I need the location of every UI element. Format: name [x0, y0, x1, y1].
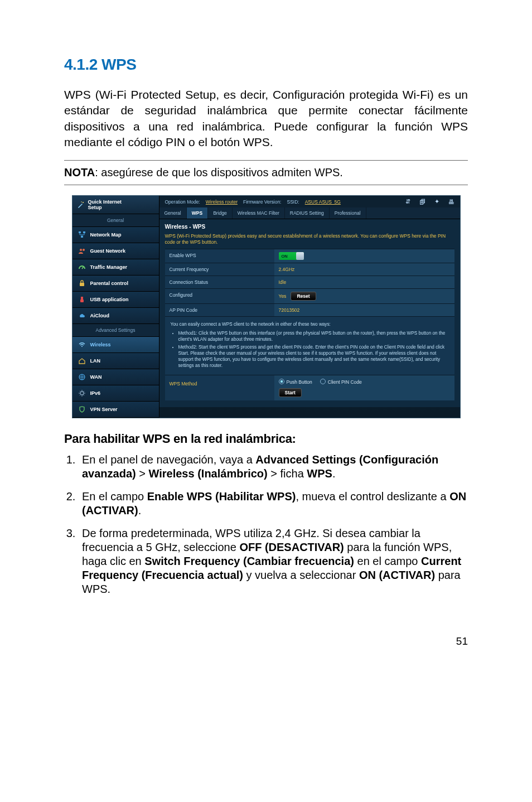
router-sidebar: Quick Internet Setup General Network Map…: [72, 196, 159, 418]
wps-help-note: You can easily connect a WPS client to t…: [165, 316, 454, 374]
svg-line-7: [82, 267, 84, 269]
tab-general[interactable]: General: [159, 207, 187, 219]
section-name: WPS: [101, 56, 136, 73]
svg-point-1: [81, 202, 82, 203]
row-connection-status: Connection Status Idle: [165, 276, 454, 288]
svg-rect-9: [81, 297, 83, 299]
sidebar-item-label: Wireless: [90, 342, 111, 347]
qis-line1: Quick Internet: [88, 199, 122, 205]
clipboard-icon[interactable]: 🗐: [419, 199, 425, 205]
help-intro: You can easily connect a WPS client to t…: [171, 321, 449, 327]
router-screenshot: Quick Internet Setup General Network Map…: [72, 195, 461, 418]
refresh-icon[interactable]: ✦: [434, 198, 439, 205]
op-mode-label: Operation Mode:: [165, 199, 200, 205]
home-icon: [78, 357, 86, 365]
current-frequency-value: 2.4GHz: [274, 263, 454, 276]
tab-radius[interactable]: RADIUS Setting: [285, 207, 330, 219]
row-wps-method: WPS Method Push Button Client PIN Code S…: [165, 375, 454, 400]
tab-professional[interactable]: Professional: [330, 207, 366, 219]
sidebar-item-label: Network Map: [90, 232, 122, 238]
sidebar-item-parental-control[interactable]: Parental control: [72, 276, 159, 292]
panel-desc: WPS (Wi-Fi Protected Setup) provides eas…: [165, 233, 454, 245]
enable-wps-label: Enable WPS: [165, 249, 274, 263]
people-icon: [78, 247, 86, 255]
sidebar-item-label: Guest Network: [90, 248, 126, 254]
row-current-frequency: Current Frequency 2.4GHz: [165, 263, 454, 276]
row-configured: Configured Yes Reset: [165, 288, 454, 303]
sidebar-item-aicloud[interactable]: AiCloud: [72, 308, 159, 324]
ssid-label: SSID:: [287, 199, 299, 205]
sidebar-item-network-map[interactable]: Network Map: [72, 227, 159, 243]
configured-value: Yes: [279, 293, 287, 299]
sidebar-item-traffic-manager[interactable]: Traffic Manager: [72, 259, 159, 276]
wifi-icon: [78, 341, 86, 349]
svg-point-11: [81, 346, 83, 347]
sidebar-item-vpn-server[interactable]: VPN Server: [72, 402, 159, 418]
help-method1: Method1: Click the WPS button on this in…: [178, 330, 449, 342]
sidebar-item-lan[interactable]: LAN: [72, 353, 159, 369]
globe-icon: [78, 373, 86, 381]
radio-push-button[interactable]: Push Button: [279, 379, 312, 385]
tab-bridge[interactable]: Bridge: [208, 207, 233, 219]
wps-panel: Wireless - WPS WPS (Wi-Fi Protected Setu…: [159, 219, 460, 407]
usb-icon: [78, 296, 86, 303]
page-number: 51: [64, 635, 468, 648]
sidebar-item-qis[interactable]: Quick Internet Setup: [72, 196, 159, 214]
note-label: NOTA: [64, 166, 95, 178]
toggle-on-text: ON: [282, 254, 288, 259]
ap-pin-value: 72013502: [274, 304, 454, 316]
sidebar-item-label: Parental control: [90, 281, 129, 286]
connection-status-value: Idle: [274, 276, 454, 288]
gauge-icon: [78, 263, 86, 271]
wand-icon: [77, 201, 85, 209]
sidebar-item-ipv6[interactable]: IPv6: [72, 385, 159, 402]
sidebar-item-wireless[interactable]: Wireless: [72, 337, 159, 353]
sidebar-item-label: USB application: [90, 297, 129, 302]
signal-icon[interactable]: ⇵: [405, 198, 410, 205]
sidebar-item-label: AiCloud: [90, 313, 110, 318]
enable-wps-toggle[interactable]: ON: [279, 252, 304, 260]
tab-mac-filter[interactable]: Wireless MAC Filter: [233, 207, 285, 219]
router-tabs: General WPS Bridge Wireless MAC Filter R…: [159, 207, 460, 219]
svg-rect-10: [80, 299, 84, 302]
configured-label: Configured: [165, 289, 274, 303]
router-topbar: Operation Mode: Wireless router Firmware…: [159, 196, 460, 207]
svg-point-6: [83, 249, 85, 251]
step-2: En el campo Enable WPS (Habilitar WPS), …: [79, 490, 468, 518]
divider-bottom: [64, 185, 468, 185]
svg-rect-2: [79, 231, 81, 233]
row-ap-pin: AP PIN Code 72013502: [165, 303, 454, 316]
radio-client-pin[interactable]: Client PIN Code: [320, 379, 362, 385]
cloud-icon: [78, 312, 86, 320]
op-mode-value[interactable]: Wireless router: [206, 199, 238, 205]
printer-icon[interactable]: 🖶: [448, 199, 454, 205]
wps-method-label: WPS Method: [165, 375, 274, 400]
reset-button[interactable]: Reset: [291, 292, 316, 301]
tab-wps[interactable]: WPS: [187, 207, 208, 219]
sidebar-item-wan[interactable]: WAN: [72, 369, 159, 385]
svg-point-5: [80, 249, 82, 251]
wps-method-radios: Push Button Client PIN Code: [279, 379, 450, 385]
ssid-value[interactable]: ASUS ASUS_5G: [305, 199, 341, 205]
sidebar-heading-advanced: Advanced Settings: [72, 324, 159, 337]
note-block: NOTA: asegúrese de que los dispositivos …: [64, 161, 468, 185]
fw-label: Firmware Version:: [243, 199, 282, 205]
steps-title: Para habilitar WPS en la red inalámbrica…: [64, 432, 468, 446]
lock-icon: [78, 279, 86, 287]
network-icon: [78, 231, 86, 239]
intro-paragraph: WPS (Wi-Fi Protected Setup, es decir, Co…: [64, 87, 468, 150]
note-text: : asegúrese de que los dispositivos admi…: [95, 166, 343, 178]
sidebar-item-guest-network[interactable]: Guest Network: [72, 243, 159, 259]
step-3: De forma predeterminada, WPS utiliza 2,4…: [79, 526, 468, 596]
sidebar-item-usb-application[interactable]: USB application: [72, 292, 159, 308]
start-button[interactable]: Start: [279, 388, 302, 397]
current-frequency-label: Current Frequency: [165, 263, 274, 276]
section-heading: 4.1.2 WPS: [64, 56, 468, 74]
shield-icon: [78, 405, 86, 413]
panel-title: Wireless - WPS: [165, 224, 454, 230]
sidebar-heading-general: General: [72, 214, 159, 227]
steps-list: En el panel de navegación, vaya a Advanc…: [64, 453, 468, 596]
connection-status-label: Connection Status: [165, 276, 274, 288]
svg-rect-4: [81, 236, 83, 238]
svg-rect-3: [83, 231, 85, 233]
